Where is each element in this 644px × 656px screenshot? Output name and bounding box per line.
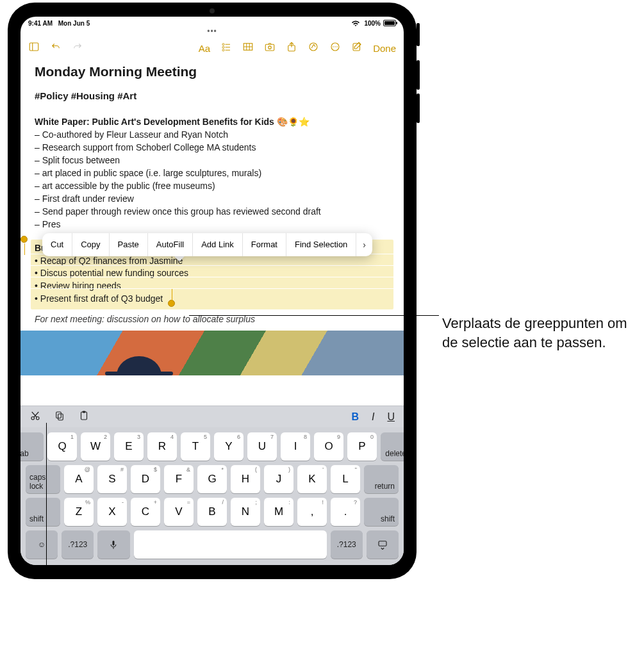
ipad-frame: 9:41 AM Mon Jun 5 100% ••• Aa: [8, 3, 417, 579]
underline-button[interactable]: U: [387, 411, 395, 423]
svg-point-18: [334, 46, 336, 47]
key-capslock[interactable]: caps lock: [26, 465, 60, 493]
selection-handle-end[interactable]: [168, 300, 175, 307]
cut-icon[interactable]: [29, 410, 41, 424]
share-icon[interactable]: [286, 41, 297, 55]
dash-list: – Co-authored by Fleur Lasseur and Ryan …: [35, 129, 390, 230]
key-shift-left[interactable]: shift: [26, 498, 60, 526]
menu-more-arrow[interactable]: ›: [356, 239, 372, 251]
screen: 9:41 AM Mon Jun 5 100% ••• Aa: [21, 17, 404, 565]
key-row-4: ☺ .?123 .?123: [26, 530, 399, 559]
battery-pct: 100%: [364, 20, 381, 27]
key-k[interactable]: 'K: [297, 465, 327, 493]
key-q[interactable]: 1Q: [47, 432, 77, 461]
key-e[interactable]: 3E: [114, 432, 144, 461]
key-dictate[interactable]: [97, 530, 129, 559]
markup-icon[interactable]: [308, 41, 319, 55]
keyboard-shortcut-bar: B I U: [21, 406, 404, 427]
key-y[interactable]: 6Y: [214, 432, 244, 461]
figure-hat: [117, 356, 161, 375]
section-heading: White Paper: Public Art's Development Be…: [35, 116, 390, 128]
key-h[interactable]: (H: [231, 465, 260, 493]
key-d[interactable]: $D: [131, 465, 160, 493]
key-b[interactable]: /B: [197, 498, 227, 526]
note-image[interactable]: [21, 331, 404, 375]
sidebar-icon[interactable]: [28, 41, 40, 55]
svg-rect-27: [113, 541, 115, 546]
key-v[interactable]: =V: [164, 498, 194, 526]
menu-copy[interactable]: Copy: [72, 233, 109, 256]
checklist-icon[interactable]: [220, 41, 232, 55]
key-emoji[interactable]: ☺: [26, 530, 58, 559]
key-space[interactable]: [134, 530, 327, 559]
copy-icon[interactable]: [54, 410, 65, 424]
key-p[interactable]: 0P: [347, 432, 377, 461]
camera-icon[interactable]: [264, 41, 276, 55]
key-hide-keyboard[interactable]: [367, 530, 399, 559]
svg-point-19: [336, 46, 338, 47]
notes-toolbar: Aa Done: [21, 37, 404, 59]
table-icon[interactable]: [242, 41, 254, 55]
key-j[interactable]: )J: [264, 465, 293, 493]
key-o[interactable]: 9O: [314, 432, 343, 461]
key-t[interactable]: 5T: [181, 432, 210, 461]
volume-up-button: [417, 60, 420, 90]
menu-paste[interactable]: Paste: [110, 233, 148, 256]
note-tags: #Policy #Housing #Art: [35, 90, 390, 102]
paste-icon[interactable]: [78, 410, 90, 424]
svg-rect-23: [56, 412, 62, 418]
done-button[interactable]: Done: [373, 43, 396, 54]
callout-leader-1: [189, 315, 439, 316]
key-w[interactable]: 2W: [81, 432, 110, 461]
key-row-1: tab 1Q 2W 3E 4R 5T 6Y 7U 8I 9O 0P delete: [26, 432, 399, 461]
svg-rect-12: [265, 44, 274, 51]
text-format-icon[interactable]: Aa: [199, 43, 210, 54]
key-m[interactable]: :M: [264, 498, 293, 526]
redo-icon: [72, 41, 83, 55]
list-item: – Split focus between: [35, 154, 390, 167]
menu-add-link[interactable]: Add Link: [193, 233, 243, 256]
key-numsym-right[interactable]: .?123: [331, 530, 363, 559]
compose-icon[interactable]: [351, 41, 363, 55]
svg-rect-26: [83, 411, 86, 413]
list-item: – Research support from Schoberl College…: [35, 142, 390, 154]
note-body[interactable]: Monday Morning Meeting #Policy #Housing …: [21, 59, 404, 406]
more-icon[interactable]: [329, 41, 341, 55]
key-c[interactable]: +C: [131, 498, 160, 526]
svg-point-2: [222, 44, 224, 45]
italic-button[interactable]: I: [372, 411, 374, 423]
edit-menu: Cut Copy Paste AutoFill Add Link Format …: [42, 233, 372, 256]
key-x[interactable]: -X: [97, 498, 127, 526]
key-f[interactable]: &F: [164, 465, 194, 493]
svg-point-4: [222, 46, 224, 48]
multitask-dots[interactable]: •••: [21, 27, 404, 36]
bold-button[interactable]: B: [351, 411, 359, 423]
key-r[interactable]: 4R: [147, 432, 177, 461]
key-s[interactable]: #S: [97, 465, 127, 493]
key-return[interactable]: return: [364, 465, 399, 493]
key-g[interactable]: *G: [197, 465, 227, 493]
key-delete[interactable]: delete: [381, 432, 404, 461]
key-i[interactable]: 8I: [281, 432, 310, 461]
key-a[interactable]: @A: [64, 465, 94, 493]
menu-tip: [174, 256, 185, 261]
key-n[interactable]: ;N: [231, 498, 260, 526]
key-u[interactable]: 7U: [247, 432, 277, 461]
key-period[interactable]: ?.: [331, 498, 360, 526]
key-shift-right[interactable]: shift: [364, 498, 399, 526]
selection-handle-start[interactable]: [21, 236, 28, 243]
key-comma[interactable]: !,: [297, 498, 327, 526]
key-z[interactable]: %Z: [64, 498, 94, 526]
key-l[interactable]: "L: [331, 465, 360, 493]
menu-cut[interactable]: Cut: [42, 233, 72, 256]
key-tab[interactable]: tab: [21, 432, 44, 461]
menu-find-selection[interactable]: Find Selection: [286, 233, 356, 256]
undo-icon[interactable]: [50, 41, 62, 55]
menu-format[interactable]: Format: [243, 233, 286, 256]
menu-autofill[interactable]: AutoFill: [148, 233, 193, 256]
list-item: – Send paper through review once this gr…: [35, 206, 390, 218]
key-row-3: shift %Z -X +C =V /B ;N :M !, ?. shift: [26, 498, 399, 526]
list-item: – Co-authored by Fleur Lasseur and Ryan …: [35, 129, 390, 141]
key-numsym-left[interactable]: .?123: [62, 530, 94, 559]
svg-rect-25: [81, 412, 87, 420]
